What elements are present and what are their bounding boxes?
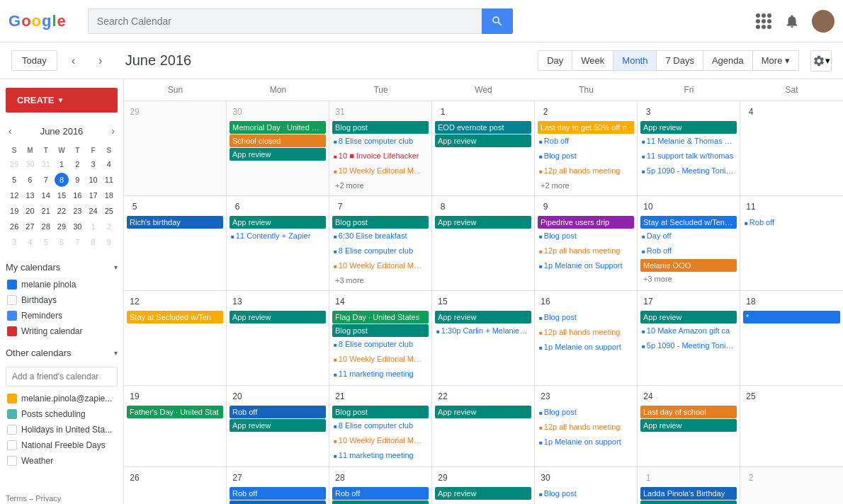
mini-cal-day[interactable]: 18: [102, 188, 116, 202]
calendar-day[interactable]: 9Pipedrive users dripBlog post12p all ha…: [535, 196, 638, 290]
calendar-event[interactable]: Day off: [640, 229, 737, 244]
calendar-day[interactable]: 13App review: [227, 291, 329, 385]
mini-cal-day[interactable]: 11: [102, 173, 116, 187]
mini-cal-day[interactable]: 4: [23, 235, 37, 249]
mini-cal-day[interactable]: 2: [102, 219, 116, 234]
mini-cal-day[interactable]: 29: [7, 157, 21, 171]
calendar-event[interactable]: 10 Weekly Editorial Meeti: [332, 353, 429, 367]
calendar-event[interactable]: EOD evernote post: [435, 121, 531, 134]
calendar-day[interactable]: 25: [740, 386, 843, 466]
apps-icon[interactable]: [755, 13, 772, 30]
calendar-event[interactable]: Blog post: [332, 406, 429, 418]
calendar-day[interactable]: 5Rich's birthday: [124, 196, 227, 290]
cal-item-writing[interactable]: Writing calendar: [6, 323, 118, 339]
calendar-day[interactable]: 27Rob offJeff's birthdayApp review: [227, 467, 329, 504]
calendar-event[interactable]: 10 Make Amazon gift ca: [640, 324, 737, 338]
mini-cal-day[interactable]: 29: [55, 219, 69, 234]
cal-item-weather[interactable]: Weather: [6, 453, 118, 469]
calendar-day[interactable]: 7Blog post6:30 Elise breakfast8 Elise co…: [329, 196, 432, 290]
calendar-day[interactable]: 26: [124, 467, 227, 504]
calendar-event[interactable]: 1:30p Carlin + Melanie ch: [435, 324, 531, 338]
calendar-day[interactable]: 30Memorial Day · United StaSchool closed…: [227, 101, 329, 195]
cal-item-reminders[interactable]: Reminders: [6, 308, 118, 323]
mini-cal-day[interactable]: 30: [23, 157, 37, 171]
settings-button[interactable]: ▾: [810, 50, 832, 71]
other-calendars-title[interactable]: Other calendars: [6, 348, 72, 358]
calendar-event[interactable]: App review: [230, 216, 326, 229]
view-day-button[interactable]: Day: [538, 50, 572, 71]
calendar-event[interactable]: *: [743, 311, 840, 323]
calendar-event[interactable]: 10 Weekly Editorial Meeti: [332, 164, 429, 178]
mini-cal-day[interactable]: 30: [70, 219, 84, 234]
create-button[interactable]: CREATE ▼: [6, 88, 118, 113]
calendar-day[interactable]: 4: [740, 101, 843, 195]
calendar-day[interactable]: 22App review: [432, 386, 535, 466]
other-calendars-arrow[interactable]: ▾: [114, 349, 118, 357]
calendar-event[interactable]: Blog post: [332, 216, 429, 229]
avatar[interactable]: [812, 10, 834, 33]
mini-cal-day[interactable]: 9: [70, 173, 84, 187]
calendar-event[interactable]: Blog post: [538, 229, 634, 244]
cal-item-zapier[interactable]: melanie.pinola@zapie...: [6, 391, 118, 406]
next-button[interactable]: ›: [90, 50, 111, 71]
mini-cal-day[interactable]: 13: [23, 188, 37, 202]
search-input[interactable]: [88, 8, 482, 34]
mini-cal-day[interactable]: 12: [7, 188, 21, 202]
calendar-event[interactable]: App review: [435, 216, 531, 229]
calendar-event[interactable]: Memorial Day · United Sta: [230, 121, 326, 134]
calendar-day[interactable]: 10Stay at Secluded w/Tennis/Koi Pond/Hot…: [638, 196, 740, 290]
calendar-event[interactable]: 12p all hands meeting: [538, 164, 634, 178]
calendar-day[interactable]: 12Stay at Secluded w/Ten: [124, 291, 227, 385]
calendar-day[interactable]: 19Father's Day · United Stat: [124, 386, 227, 466]
calendar-event[interactable]: Rob off: [640, 244, 737, 258]
calendar-event[interactable]: Last day to get 50% off n: [538, 121, 634, 134]
more-button[interactable]: More ▾: [753, 50, 799, 71]
calendar-event[interactable]: 1p Melanie on support: [538, 435, 634, 449]
mini-cal-day[interactable]: 22: [55, 204, 69, 218]
calendar-day[interactable]: 16Blog post12p all hands meeting1p Melan…: [535, 291, 638, 385]
cal-item-birthdays[interactable]: Birthdays: [6, 292, 118, 308]
calendar-event[interactable]: Rob off: [332, 487, 429, 500]
calendar-day[interactable]: 1Ladda Pinola's BirthdayApp review: [638, 467, 740, 504]
calendar-event[interactable]: Father's Day · United Stat: [127, 406, 223, 418]
calendar-event[interactable]: +2 more: [332, 179, 429, 192]
calendar-event[interactable]: +2 more: [538, 179, 634, 192]
calendar-event[interactable]: Blog post: [538, 487, 634, 501]
mini-cal-day[interactable]: 8: [86, 235, 100, 249]
calendar-event[interactable]: App review: [435, 311, 531, 323]
privacy-link[interactable]: Privacy: [35, 494, 61, 503]
calendar-event[interactable]: App review: [640, 121, 737, 134]
mini-cal-day[interactable]: 5: [39, 235, 53, 249]
calendar-event[interactable]: Jeff's birthday: [230, 500, 326, 504]
view-7days-button[interactable]: 7 Days: [657, 50, 703, 71]
cal-item-freebie[interactable]: National Freebie Days: [6, 437, 118, 453]
calendar-event[interactable]: App review: [230, 148, 326, 161]
calendar-day[interactable]: 29App review: [432, 467, 535, 504]
calendar-event[interactable]: Rob off: [230, 487, 326, 500]
calendar-event[interactable]: 8 Elise computer club: [332, 419, 429, 433]
calendar-day[interactable]: 8App review: [432, 196, 535, 290]
calendar-event[interactable]: Rich's birthday: [127, 216, 223, 229]
calendar-event[interactable]: Last day of school: [640, 406, 737, 418]
mini-cal-day[interactable]: 3: [7, 235, 21, 249]
mini-cal-day[interactable]: 3: [86, 157, 100, 171]
calendar-event[interactable]: Blog post: [538, 406, 634, 420]
calendar-event[interactable]: Blog post: [332, 500, 429, 504]
calendar-event[interactable]: 12p all hands meeting: [538, 326, 634, 340]
terms-link[interactable]: Terms: [6, 494, 27, 503]
calendar-event[interactable]: +3 more: [332, 274, 429, 287]
cal-item-holidays[interactable]: Holidays in United Sta...: [6, 422, 118, 437]
calendar-event[interactable]: App review: [435, 134, 531, 147]
calendar-event[interactable]: Rob off: [230, 406, 326, 418]
calendar-event[interactable]: 8 Elise computer club: [332, 134, 429, 149]
my-calendars-title[interactable]: My calendars: [6, 262, 60, 273]
mini-cal-day[interactable]: 4: [102, 157, 116, 171]
mini-cal-day[interactable]: 15: [55, 188, 69, 202]
mini-cal-day[interactable]: 14: [39, 188, 53, 202]
mini-cal-day[interactable]: 23: [70, 204, 84, 218]
calendar-event[interactable]: App review: [230, 419, 326, 432]
calendar-event[interactable]: App review: [230, 311, 326, 323]
calendar-day[interactable]: 2: [740, 467, 843, 504]
mini-cal-day[interactable]: 19: [7, 204, 21, 218]
mini-cal-day[interactable]: 31: [39, 157, 53, 171]
